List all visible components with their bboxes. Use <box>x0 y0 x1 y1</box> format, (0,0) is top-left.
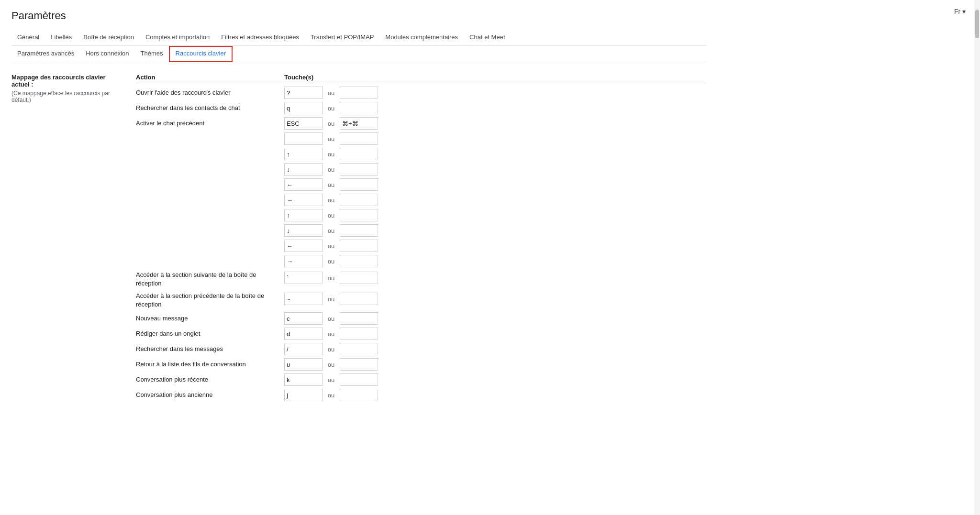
key-input-1[interactable] <box>284 240 323 252</box>
table-row: ou <box>136 192 706 208</box>
action-label: Conversation plus ancienne <box>136 391 284 399</box>
key-input-1[interactable] <box>284 358 323 371</box>
action-label: Activer le chat précédent <box>136 119 284 128</box>
page-title: Paramètres <box>11 10 706 22</box>
key-group: ou <box>284 272 378 284</box>
table-row: Nouveau message ou <box>136 311 706 326</box>
key-input-1[interactable] <box>284 389 323 401</box>
table-row: ou <box>136 223 706 238</box>
key-input-2[interactable] <box>340 102 378 114</box>
or-label: ou <box>325 166 337 173</box>
key-input-2[interactable] <box>340 358 378 371</box>
key-input-2[interactable] <box>340 132 378 145</box>
key-input-1[interactable] <box>284 343 323 355</box>
tab-general[interactable]: Général <box>11 30 45 46</box>
key-input-2[interactable] <box>340 373 378 386</box>
content-area: Mappage des raccourcis clavier actuel : … <box>11 74 706 403</box>
key-input-1[interactable] <box>284 132 323 145</box>
action-label: Retour à la liste des fils de conversati… <box>136 360 284 369</box>
tab-parametres-avances[interactable]: Paramètres avancés <box>11 46 80 62</box>
key-input-2[interactable] <box>340 255 378 267</box>
key-input-1[interactable] <box>284 102 323 114</box>
key-input-2[interactable] <box>340 293 378 305</box>
or-label: ou <box>325 258 337 265</box>
tab-filtres-adresses[interactable]: Filtres et adresses bloquées <box>215 30 305 46</box>
table-row: ou <box>136 146 706 162</box>
table-row: ou <box>136 253 706 269</box>
key-group: ou <box>284 224 378 237</box>
key-group: ou <box>284 312 378 325</box>
scrollbar[interactable] <box>974 0 980 412</box>
table-row: ou <box>136 177 706 192</box>
key-input-1[interactable] <box>284 272 323 284</box>
key-input-1[interactable] <box>284 117 323 130</box>
key-input-2[interactable] <box>340 328 378 340</box>
key-input-1[interactable] <box>284 209 323 221</box>
or-label: ou <box>325 392 337 399</box>
action-label: Ouvrir l'aide des raccourcis clavier <box>136 88 284 97</box>
or-label: ou <box>325 89 337 97</box>
key-input-1[interactable] <box>284 178 323 191</box>
key-group: ou <box>284 178 378 191</box>
tab-comptes-importation[interactable]: Comptes et importation <box>140 30 215 46</box>
or-label: ou <box>325 274 337 282</box>
key-group: ou <box>284 148 378 160</box>
key-input-2[interactable] <box>340 312 378 325</box>
table-row: Activer le chat précédent ou <box>136 116 706 131</box>
table-row: Rechercher dans les contacts de chat ou <box>136 100 706 116</box>
key-input-1[interactable] <box>284 255 323 267</box>
tab-chat-meet[interactable]: Chat et Meet <box>464 30 511 46</box>
tab-themes[interactable]: Thèmes <box>135 46 169 62</box>
tab-raccourcis-clavier[interactable]: Raccourcis clavier <box>169 46 233 62</box>
key-input-1[interactable] <box>284 373 323 386</box>
key-input-2[interactable] <box>340 209 378 221</box>
scrollbar-thumb[interactable] <box>975 10 979 38</box>
action-label: Accéder à la section précédente de la bo… <box>136 292 284 309</box>
key-input-2[interactable] <box>340 389 378 401</box>
key-group: ou <box>284 293 378 305</box>
tab-libelles[interactable]: Libellés <box>45 30 78 46</box>
key-input-1[interactable] <box>284 163 323 175</box>
tab-modules[interactable]: Modules complémentaires <box>379 30 464 46</box>
table-row: Rechercher dans les messages ou <box>136 341 706 357</box>
table-row: ou <box>136 162 706 177</box>
tab-boite-reception[interactable]: Boîte de réception <box>78 30 140 46</box>
or-label: ou <box>325 197 337 204</box>
key-input-2[interactable] <box>340 272 378 284</box>
key-input-2[interactable] <box>340 87 378 99</box>
key-group: ou <box>284 389 378 401</box>
or-label: ou <box>325 135 337 142</box>
key-input-2[interactable] <box>340 178 378 191</box>
key-input-1[interactable] <box>284 194 323 206</box>
key-group: ou <box>284 102 378 114</box>
key-input-1[interactable] <box>284 148 323 160</box>
key-input-1[interactable] <box>284 328 323 340</box>
action-label: Nouveau message <box>136 314 284 323</box>
key-input-1[interactable] <box>284 293 323 305</box>
or-label: ou <box>325 181 337 188</box>
or-label: ou <box>325 242 337 250</box>
or-label: ou <box>325 120 337 127</box>
key-input-1[interactable] <box>284 312 323 325</box>
table-row: Rédiger dans un onglet ou <box>136 326 706 341</box>
tab-hors-connexion[interactable]: Hors connexion <box>80 46 134 62</box>
key-input-2[interactable] <box>340 148 378 160</box>
key-group: ou <box>284 87 378 99</box>
language-selector[interactable]: Fr ▾ <box>954 8 966 15</box>
key-input-2[interactable] <box>340 224 378 237</box>
key-input-2[interactable] <box>340 194 378 206</box>
key-input-1[interactable] <box>284 224 323 237</box>
key-input-2[interactable] <box>340 343 378 355</box>
key-input-2[interactable] <box>340 117 378 130</box>
left-panel: Mappage des raccourcis clavier actuel : … <box>11 74 117 403</box>
action-label: Rechercher dans les messages <box>136 345 284 353</box>
key-group: ou <box>284 343 378 355</box>
tab-transfert-pop[interactable]: Transfert et POP/IMAP <box>305 30 379 46</box>
key-group: ou <box>284 194 378 206</box>
key-input-1[interactable] <box>284 87 323 99</box>
or-label: ou <box>325 361 337 368</box>
action-label: Rechercher dans les contacts de chat <box>136 104 284 112</box>
key-input-2[interactable] <box>340 240 378 252</box>
table-row: Conversation plus récente ou <box>136 372 706 387</box>
key-input-2[interactable] <box>340 163 378 175</box>
